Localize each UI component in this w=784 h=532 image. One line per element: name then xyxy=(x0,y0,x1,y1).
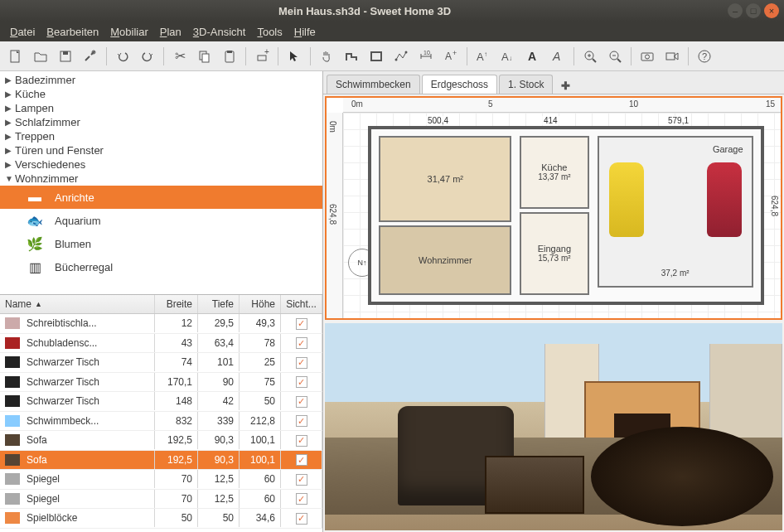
catalog-item[interactable]: 🌿Blumen xyxy=(0,232,322,255)
toolbar: ✂ + 10 A+ A↑ A↓ A A ? xyxy=(0,41,784,71)
table-row[interactable]: Sofa192,590,3100,1✓ xyxy=(0,431,322,451)
table-row[interactable]: Schwimmbeck...832339212,8✓ xyxy=(0,412,322,432)
visibility-checkbox[interactable]: ✓ xyxy=(296,513,307,525)
table-row[interactable]: Spielblöcke505034,6✓ xyxy=(0,509,322,529)
visibility-checkbox[interactable]: ✓ xyxy=(296,318,307,330)
col-hoehe[interactable]: Höhe xyxy=(240,295,281,313)
furniture-icon xyxy=(5,376,20,388)
category-item[interactable]: Badezimmer xyxy=(0,73,322,87)
separator xyxy=(688,47,689,65)
category-item[interactable]: Lampen xyxy=(0,101,322,115)
svg-text:A: A xyxy=(528,50,536,63)
menu-plan[interactable]: Plan xyxy=(155,24,186,40)
furniture-icon xyxy=(5,415,20,427)
add-furniture-icon[interactable]: + xyxy=(251,46,273,67)
open-icon[interactable] xyxy=(30,46,51,67)
polyline-icon[interactable] xyxy=(390,46,412,67)
menu-tools[interactable]: Tools xyxy=(252,24,287,40)
table-row[interactable]: Schubladensc...4363,478✓ xyxy=(0,334,322,354)
svg-text:10: 10 xyxy=(423,50,430,56)
col-breite[interactable]: Breite xyxy=(155,295,198,313)
save-icon[interactable] xyxy=(55,46,76,67)
visibility-checkbox[interactable]: ✓ xyxy=(296,454,307,466)
col-tiefe[interactable]: Tiefe xyxy=(198,295,240,313)
select-icon[interactable] xyxy=(283,46,305,67)
table-row[interactable]: Schreibtischla...1229,549,3✓ xyxy=(0,314,322,334)
category-item[interactable]: Wohnzimmer xyxy=(0,172,322,186)
category-item[interactable]: Türen und Fenster xyxy=(0,143,322,157)
catalog-item[interactable]: 🐟Aquarium xyxy=(0,209,322,232)
svg-rect-2 xyxy=(63,51,68,55)
visibility-checkbox[interactable]: ✓ xyxy=(296,415,307,427)
wall-icon[interactable] xyxy=(341,46,362,67)
zoom-in-icon[interactable] xyxy=(579,46,601,67)
car-icon[interactable] xyxy=(707,162,742,237)
zoom-out-icon[interactable] xyxy=(604,46,626,67)
visibility-checkbox[interactable]: ✓ xyxy=(296,493,307,505)
visibility-checkbox[interactable]: ✓ xyxy=(296,435,307,447)
visibility-checkbox[interactable]: ✓ xyxy=(296,474,307,486)
copy-icon[interactable] xyxy=(194,46,215,67)
menu-hilfe[interactable]: Hilfe xyxy=(289,24,321,40)
visibility-checkbox[interactable]: ✓ xyxy=(296,396,307,408)
text-add-icon[interactable]: A+ xyxy=(440,46,462,67)
paste-icon[interactable] xyxy=(219,46,240,67)
menu-bearbeiten[interactable]: Bearbeiten xyxy=(41,24,104,40)
svg-rect-7 xyxy=(227,51,232,53)
floorplan[interactable]: 31,47 m² Küche13,37 m² Garage 37,2 m² Wo… xyxy=(368,126,764,305)
tab-1. stock[interactable]: 1. Stock xyxy=(499,75,553,94)
table-header[interactable]: Name ▲ Breite Tiefe Höhe Sicht... xyxy=(0,295,322,314)
tab-erdgeschoss[interactable]: Erdgeschoss xyxy=(422,75,497,94)
visibility-checkbox[interactable]: ✓ xyxy=(296,376,307,388)
help-icon[interactable]: ? xyxy=(694,46,715,67)
svg-point-12 xyxy=(405,51,408,53)
plan-view[interactable]: 0m 5 10 15 0m 624,8 N↑ 500,4 414 579,1 6… xyxy=(325,96,782,320)
plan-canvas[interactable]: N↑ 500,4 414 579,1 624,8 31,47 m² Küche1… xyxy=(343,113,781,318)
catalog-tree[interactable]: BadezimmerKücheLampenSchlafzimmerTreppen… xyxy=(0,71,322,295)
cut-icon[interactable]: ✂ xyxy=(169,46,191,67)
3d-view[interactable] xyxy=(325,323,782,530)
table-row[interactable]: Schwarzer Tisch7410125✓ xyxy=(0,353,322,373)
close-button[interactable]: × xyxy=(764,3,779,18)
category-item[interactable]: Verschiedenes xyxy=(0,157,322,172)
svg-text:A: A xyxy=(445,51,452,62)
car-icon[interactable] xyxy=(609,162,644,237)
col-name[interactable]: Name xyxy=(5,298,31,310)
text-increase-icon[interactable]: A↑ xyxy=(472,46,494,67)
video-icon[interactable] xyxy=(661,46,683,67)
window-title: Mein Haus.sh3d - Sweet Home 3D xyxy=(5,5,724,17)
text-italic-icon[interactable]: A xyxy=(547,46,569,67)
dimension-icon[interactable]: 10 xyxy=(415,46,437,67)
maximize-button[interactable]: □ xyxy=(746,3,761,18)
table-row[interactable]: Spiegel7012,560✓ xyxy=(0,470,322,490)
catalog-item[interactable]: ▬Anrichte xyxy=(0,186,322,209)
redo-icon[interactable] xyxy=(137,46,158,67)
photo-icon[interactable] xyxy=(636,46,658,67)
table-row[interactable]: Sofa192,590,3100,1✓ xyxy=(0,451,322,471)
table-row[interactable]: Spiegel7012,560✓ xyxy=(0,490,322,510)
col-sicht[interactable]: Sicht... xyxy=(281,295,322,313)
preferences-icon[interactable] xyxy=(80,46,101,67)
table-row[interactable]: Schwarzer Tisch1484250✓ xyxy=(0,392,322,412)
undo-icon[interactable] xyxy=(112,46,133,67)
category-item[interactable]: Treppen xyxy=(0,129,322,143)
text-decrease-icon[interactable]: A↓ xyxy=(497,46,519,67)
menu-datei[interactable]: Datei xyxy=(5,24,40,40)
dimension-label: 500,4 xyxy=(426,116,450,125)
room-icon[interactable] xyxy=(365,46,387,67)
category-item[interactable]: Küche xyxy=(0,87,322,101)
minimize-button[interactable]: – xyxy=(728,3,743,18)
svg-point-25 xyxy=(646,55,650,59)
table-row[interactable]: Schwarzer Tisch170,19075✓ xyxy=(0,373,322,393)
catalog-item[interactable]: ▥Bücherregal xyxy=(0,255,322,278)
menu-3d-ansicht[interactable]: 3D-Ansicht xyxy=(188,24,251,40)
menu-mobiliar[interactable]: Mobiliar xyxy=(105,24,153,40)
tab-schwimmbecken[interactable]: Schwimmbecken xyxy=(327,75,420,94)
add-tab-button[interactable]: ✚ xyxy=(554,78,577,94)
visibility-checkbox[interactable]: ✓ xyxy=(296,337,307,349)
category-item[interactable]: Schlafzimmer xyxy=(0,115,322,129)
visibility-checkbox[interactable]: ✓ xyxy=(296,357,307,369)
pan-icon[interactable] xyxy=(316,46,337,67)
new-icon[interactable] xyxy=(5,46,27,67)
text-bold-icon[interactable]: A xyxy=(522,46,544,67)
